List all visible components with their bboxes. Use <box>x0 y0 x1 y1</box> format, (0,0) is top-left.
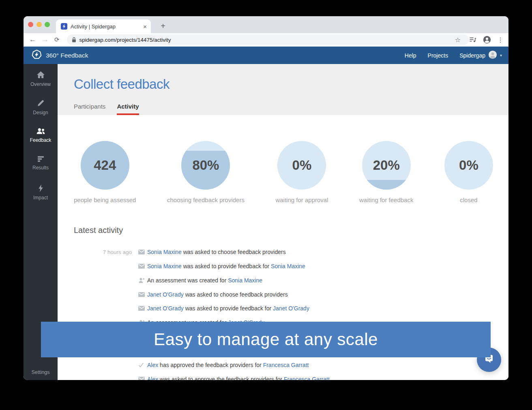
person-link[interactable]: Sonia Maxine <box>147 249 182 255</box>
browser-profile-icon[interactable] <box>483 35 491 44</box>
minimize-window-button[interactable] <box>36 22 42 27</box>
stat-value: 0% <box>292 158 312 173</box>
stat-circle: 80% <box>181 141 230 190</box>
app-nav-bar: 360° Feedback Help Projects Spidergap ▾ <box>24 47 508 64</box>
reload-icon[interactable]: ⟳ <box>54 36 60 43</box>
bolt-icon <box>38 184 43 195</box>
person-link[interactable]: Alex <box>147 376 158 380</box>
stat-waiting-for-approval: 0%waiting for approval <box>275 141 328 203</box>
pencil-icon <box>37 99 45 110</box>
stat-value: 424 <box>94 158 116 173</box>
tab-participants[interactable]: Participants <box>74 103 105 115</box>
person-link[interactable]: Sonia Maxine <box>271 263 305 269</box>
spidergap-favicon-icon <box>61 23 67 30</box>
bookmark-star-icon[interactable]: ☆ <box>455 36 461 44</box>
person-plus-icon <box>138 277 147 284</box>
close-window-button[interactable] <box>28 22 33 27</box>
url-text: spidergap.com/projects/14475/activity <box>79 37 171 43</box>
person-link[interactable]: Janet O'Grady <box>273 305 309 312</box>
mail-icon <box>138 250 147 254</box>
activity-row: Alex has approved the feedback providers… <box>74 358 508 372</box>
person-link[interactable]: Janet O'Grady <box>147 305 184 312</box>
activity-text: was asked to provide feedback for <box>182 263 271 269</box>
stat-people-being-assessed: 424people being assessed <box>74 141 136 203</box>
activity-row: An assessment was created for Sonia Maxi… <box>74 273 508 288</box>
nav-link-help[interactable]: Help <box>405 52 416 59</box>
user-menu[interactable]: Spidergap ▾ <box>459 50 502 60</box>
mail-icon <box>138 292 147 297</box>
activity-row: Sonia Maxine was asked to provide feedba… <box>74 259 508 273</box>
activity-text: An assessment was created for <box>147 277 228 284</box>
sidebar-item-impact[interactable]: Impact <box>24 184 58 213</box>
results-icon <box>37 156 45 165</box>
app-brand-label: 360° Feedback <box>46 52 88 59</box>
check-icon <box>138 363 147 367</box>
app-brand[interactable]: 360° Feedback <box>32 49 88 61</box>
sidebar-item-results[interactable]: Results <box>24 156 58 184</box>
stat-label: closed <box>460 196 477 203</box>
sidebar-item-settings[interactable]: Settings <box>24 369 58 375</box>
new-tab-button[interactable]: + <box>157 20 169 32</box>
stat-closed: 0%closed <box>444 141 493 203</box>
stat-value: 0% <box>459 158 478 173</box>
sidebar-item-feedback[interactable]: Feedback <box>24 128 58 156</box>
chevron-down-icon: ▾ <box>500 53 502 58</box>
stat-label: people being assessed <box>74 196 136 203</box>
browser-menu-icon[interactable]: ⋮ <box>497 36 504 44</box>
browser-tab-activity[interactable]: Activity | Spidergap × <box>56 19 151 33</box>
person-link[interactable]: Francesca Garratt <box>263 362 309 368</box>
stat-waiting-for-feedback: 20%waiting for feedback <box>359 141 413 203</box>
sidebar-item-label: Impact <box>33 195 48 201</box>
tab-close-icon[interactable]: × <box>143 23 147 30</box>
window-controls <box>28 22 50 27</box>
stat-label: choosing feedback providers <box>167 196 245 203</box>
mail-icon <box>138 377 147 380</box>
promo-banner-text: Easy to manage at any scale <box>154 330 378 349</box>
page-title: Collect feedback <box>74 64 508 92</box>
browser-toolbar: ← → ⟳ spidergap.com/projects/14475/activ… <box>24 33 508 47</box>
person-link[interactable]: Sonia Maxine <box>228 277 262 284</box>
activity-row: Janet O'Grady was asked to choose feedba… <box>74 287 508 301</box>
users-icon <box>36 128 45 137</box>
stat-label: waiting for approval <box>275 196 328 203</box>
stat-circle: 424 <box>81 141 129 190</box>
activity-text: was asked to provide feedback for <box>184 305 273 312</box>
activity-row: Janet O'Grady was asked to provide feedb… <box>74 301 508 316</box>
activity-list: 7 hours agoSonia Maxine was asked to cho… <box>74 245 508 380</box>
stat-choosing-feedback-providers: 80%choosing feedback providers <box>167 141 245 203</box>
sidebar-item-design[interactable]: Design <box>24 99 58 128</box>
activity-text: was asked to approve the feedback provid… <box>158 376 284 380</box>
user-avatar <box>488 50 497 60</box>
activity-row: Alex was asked to approve the feedback p… <box>74 372 508 380</box>
activity-text: was asked to choose feedback providers <box>182 249 286 255</box>
back-icon[interactable]: ← <box>29 36 36 44</box>
sidebar-item-label: Feedback <box>30 137 51 143</box>
stat-circle: 20% <box>362 141 411 190</box>
activity-text: has approved the feedback providers for <box>158 362 263 368</box>
user-menu-label: Spidergap <box>459 52 485 59</box>
browser-window: Activity | Spidergap × + ← → ⟳ spidergap… <box>24 16 508 380</box>
page-tabs: Participants Activity <box>74 103 139 115</box>
tab-activity[interactable]: Activity <box>117 103 139 115</box>
stat-value: 80% <box>192 158 219 173</box>
address-bar[interactable]: spidergap.com/projects/14475/activity <box>67 34 469 45</box>
person-link[interactable]: Janet O'Grady <box>147 291 184 298</box>
sidebar-item-label: Design <box>33 110 48 115</box>
zoom-window-button[interactable] <box>45 22 50 27</box>
nav-link-projects[interactable]: Projects <box>428 52 448 59</box>
sidebar-item-overview[interactable]: Overview <box>24 71 58 99</box>
person-link[interactable]: Alex <box>147 362 158 368</box>
activity-text: was asked to choose feedback providers <box>184 291 288 298</box>
person-link[interactable]: Sonia Maxine <box>147 263 182 269</box>
stat-label: waiting for feedback <box>359 196 413 203</box>
stat-circle-fill <box>362 180 411 190</box>
stats-row: 424people being assessed80%choosing feed… <box>74 141 493 203</box>
browser-tab-strip: Activity | Spidergap × + <box>24 16 508 33</box>
forward-icon[interactable]: → <box>42 36 49 44</box>
stat-circle: 0% <box>277 141 326 190</box>
person-link[interactable]: Francesca Garratt <box>284 376 330 380</box>
activity-heading: Latest activity <box>74 226 508 235</box>
sidebar-item-label: Overview <box>30 81 51 87</box>
reading-list-icon[interactable] <box>469 36 477 44</box>
mail-icon <box>138 306 147 311</box>
